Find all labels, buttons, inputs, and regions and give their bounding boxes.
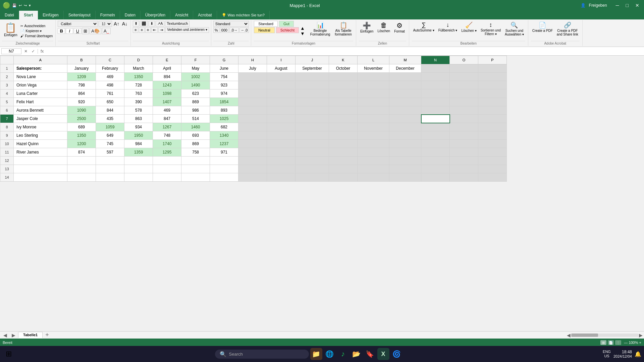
col-header-m[interactable]: M bbox=[389, 56, 421, 64]
cell-e1[interactable]: April bbox=[153, 64, 181, 73]
indent-decrease-button[interactable]: ⇤ bbox=[151, 27, 158, 33]
cell-f10[interactable]: 869 bbox=[181, 140, 210, 148]
cell-d13[interactable] bbox=[124, 165, 153, 173]
page-break-view-button[interactable]: ⋮ bbox=[615, 340, 621, 345]
scroll-left-button[interactable]: ◀ bbox=[567, 333, 571, 338]
cell-c2[interactable]: 469 bbox=[96, 73, 124, 81]
row-num-7[interactable]: 7 bbox=[0, 115, 14, 123]
col-header-f[interactable]: F bbox=[181, 56, 210, 64]
cell-k1[interactable]: October bbox=[329, 64, 358, 73]
cell-d9[interactable]: 1950 bbox=[124, 131, 153, 140]
cell-e8[interactable]: 1267 bbox=[153, 123, 181, 131]
cell-n1[interactable] bbox=[421, 64, 450, 73]
cell-d11[interactable]: 1359 bbox=[124, 148, 153, 157]
cell-g8[interactable]: 682 bbox=[210, 123, 238, 131]
tab-datei[interactable]: Datei bbox=[0, 11, 19, 19]
italic-button[interactable]: I bbox=[66, 28, 73, 34]
cell-g13[interactable] bbox=[210, 165, 238, 173]
cell-d1[interactable]: March bbox=[124, 64, 153, 73]
taskbar-explorer-icon[interactable]: 📁 bbox=[310, 348, 322, 360]
fuellbereich-button[interactable]: ↓Füllbereich ▾ bbox=[437, 21, 459, 41]
user-icon[interactable]: 👤 Freigeben bbox=[579, 3, 611, 8]
cell-f13[interactable] bbox=[181, 165, 210, 173]
autosumme-button[interactable]: ∑AutoSumme ▾ bbox=[412, 21, 436, 41]
cell-c14[interactable] bbox=[96, 173, 124, 182]
col-header-i[interactable]: I bbox=[267, 56, 296, 64]
cell-f7[interactable]: 514 bbox=[181, 115, 210, 123]
formatvorlagen-scroll-down[interactable]: ▼ bbox=[300, 31, 305, 36]
cell-b6[interactable]: 1090 bbox=[67, 106, 96, 115]
cell-c4[interactable]: 761 bbox=[96, 89, 124, 98]
cell-a7[interactable]: Jasper Cole bbox=[14, 115, 67, 123]
col-header-k[interactable]: K bbox=[329, 56, 358, 64]
formula-input[interactable] bbox=[48, 49, 643, 54]
style-standard-button[interactable]: Standard bbox=[254, 21, 278, 27]
cell-f3[interactable]: 1490 bbox=[181, 81, 210, 89]
create-pdf-button[interactable]: 📄Create a PDF bbox=[531, 21, 554, 41]
cell-l1[interactable]: November bbox=[358, 64, 389, 73]
text-orientation-button[interactable]: ↗A bbox=[156, 21, 164, 26]
fill-color-button[interactable]: A🎨 bbox=[90, 28, 101, 34]
cell-d8[interactable]: 934 bbox=[124, 123, 153, 131]
ribbon-tabs[interactable]: Datei Start Einfügen Seitenlayout Formel… bbox=[0, 11, 644, 19]
search-bar[interactable]: 🔍 bbox=[215, 350, 309, 359]
cell-g10[interactable]: 1237 bbox=[210, 140, 238, 148]
cell-f8[interactable]: 1460 bbox=[181, 123, 210, 131]
col-header-h[interactable]: H bbox=[238, 56, 267, 64]
einfuegen-button[interactable]: 📋 Einfügen bbox=[2, 21, 19, 41]
cell-e9[interactable]: 748 bbox=[153, 131, 181, 140]
cell-a9[interactable]: Leo Sterling bbox=[14, 131, 67, 140]
cell-e5[interactable]: 1407 bbox=[153, 98, 181, 106]
row-num-2[interactable]: 2 bbox=[0, 73, 14, 81]
col-header-n[interactable]: N bbox=[421, 56, 450, 64]
cell-b10[interactable]: 1200 bbox=[67, 140, 96, 148]
cell-b1[interactable]: January bbox=[67, 64, 96, 73]
cell-e13[interactable] bbox=[153, 165, 181, 173]
row-num-5[interactable]: 5 bbox=[0, 98, 14, 106]
scrollbar-thumb[interactable] bbox=[571, 334, 598, 337]
tab-ueberpruefen[interactable]: Überprüfen bbox=[141, 11, 170, 19]
cell-f5[interactable]: 869 bbox=[181, 98, 210, 106]
cell-f12[interactable] bbox=[181, 157, 210, 165]
loeschen-button[interactable]: 🗑Löschen bbox=[376, 21, 391, 41]
underline-button[interactable]: U bbox=[74, 28, 81, 34]
align-left-button[interactable]: ≡ bbox=[133, 27, 138, 33]
name-box[interactable]: N7 bbox=[1, 48, 21, 54]
align-top-button[interactable]: ⬆ bbox=[133, 21, 139, 26]
taskbar-spotify-icon[interactable]: ♪ bbox=[337, 348, 349, 360]
cell-a5[interactable]: Felix Hart bbox=[14, 98, 67, 106]
cell-c13[interactable] bbox=[96, 165, 124, 173]
cell-d4[interactable]: 763 bbox=[124, 89, 153, 98]
tab-formeln[interactable]: Formeln bbox=[96, 11, 120, 19]
cell-b11[interactable]: 874 bbox=[67, 148, 96, 157]
cell-f14[interactable] bbox=[181, 173, 210, 182]
cell-i1[interactable]: August bbox=[267, 64, 296, 73]
cell-b7[interactable]: 2500 bbox=[67, 115, 96, 123]
row-num-13[interactable]: 13 bbox=[0, 165, 14, 173]
taskbar-excel-icon[interactable]: X bbox=[377, 348, 389, 360]
sortieren-filtern-button[interactable]: ↕Sortieren undFiltern ▾ bbox=[479, 21, 502, 41]
percent-button[interactable]: % bbox=[213, 27, 219, 33]
decrease-decimal-button[interactable]: ←.0 bbox=[239, 27, 249, 33]
col-header-o[interactable]: O bbox=[450, 56, 478, 64]
spreadsheet-area[interactable]: A B C D E F G H I J K L M N O P 1 Salesp… bbox=[0, 56, 644, 250]
cell-b2[interactable]: 1209 bbox=[67, 73, 96, 81]
cell-g5[interactable]: 1854 bbox=[210, 98, 238, 106]
search-input[interactable] bbox=[229, 352, 304, 357]
number-format-selector[interactable]: Standard bbox=[213, 21, 249, 27]
ausschneiden-button[interactable]: ✂ Ausschneiden bbox=[20, 24, 53, 28]
cell-c10[interactable]: 745 bbox=[96, 140, 124, 148]
cell-c7[interactable]: 435 bbox=[96, 115, 124, 123]
cell-b13[interactable] bbox=[67, 165, 96, 173]
cell-a13[interactable] bbox=[14, 165, 67, 173]
cell-a2[interactable]: Nova Lane bbox=[14, 73, 67, 81]
align-right-button[interactable]: ≡ bbox=[145, 27, 151, 33]
cell-a11[interactable]: River James bbox=[14, 148, 67, 157]
cell-g6[interactable]: 893 bbox=[210, 106, 238, 115]
col-header-c[interactable]: C bbox=[96, 56, 124, 64]
cell-a1[interactable]: Salesperson: bbox=[14, 64, 67, 73]
cell-d7[interactable]: 863 bbox=[124, 115, 153, 123]
col-header-a[interactable]: A bbox=[14, 56, 67, 64]
bold-button[interactable]: B bbox=[58, 28, 65, 34]
cell-c11[interactable]: 597 bbox=[96, 148, 124, 157]
